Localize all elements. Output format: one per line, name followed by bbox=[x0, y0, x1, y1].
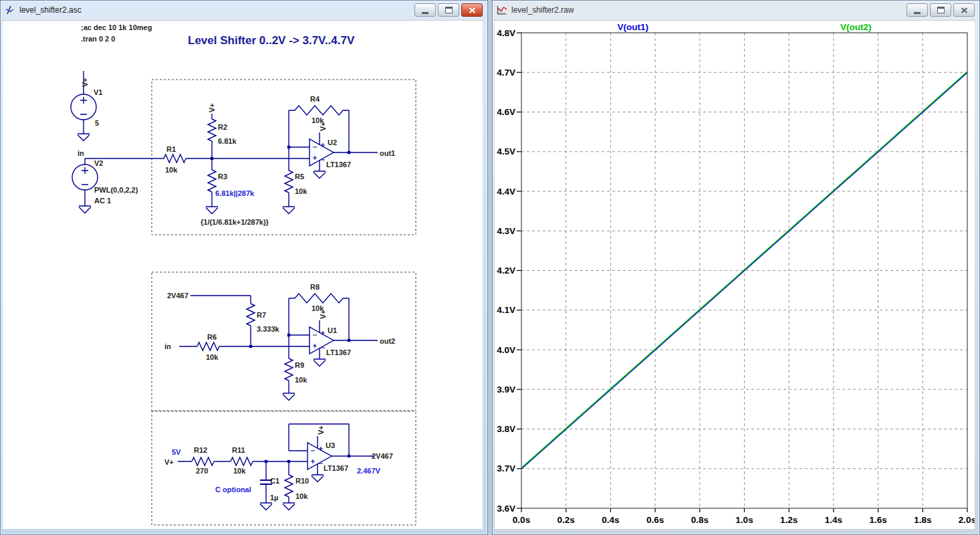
plot-canvas[interactable]: 4.8V4.7V4.6V4.5V4.4V4.3V4.2V4.1V4.0V3.9V… bbox=[495, 21, 975, 529]
label-u2-type[interactable]: LT1367 bbox=[326, 160, 351, 169]
label-net-2v467-b[interactable]: 2V467 bbox=[372, 452, 393, 460]
label-r3-value[interactable]: 6.81k||287k bbox=[215, 189, 255, 197]
label-r9-name[interactable]: R9 bbox=[295, 361, 304, 369]
label-r2-name[interactable]: R2 bbox=[218, 123, 227, 131]
label-v2-value[interactable]: PWL(0,0,2,2) bbox=[94, 186, 138, 194]
x-tick-label: 1.8s bbox=[914, 515, 931, 525]
subcircuit-box-1 bbox=[152, 80, 416, 235]
label-directive-ac[interactable]: ;ac dec 10 1k 10meg bbox=[81, 23, 152, 31]
waveform-window: level_shifter2.raw 4.8V4.7V4.6V4.5V4.4V4… bbox=[492, 0, 980, 535]
label-r7-value[interactable]: 3.333k bbox=[257, 325, 280, 333]
label-v1-name[interactable]: V1 bbox=[94, 88, 102, 96]
legend-V(out2)[interactable]: V(out2) bbox=[840, 22, 872, 32]
component-r7 bbox=[247, 304, 255, 326]
label-net-vplus-u2[interactable]: V+ bbox=[319, 122, 327, 131]
restore-button[interactable] bbox=[438, 3, 459, 17]
label-u3-type[interactable]: LT1367 bbox=[324, 464, 348, 472]
schematic-canvas[interactable]: ;ac dec 10 1k 10meg.tran 0 2 0Level Shif… bbox=[3, 21, 483, 529]
label-r8-name[interactable]: R8 bbox=[310, 283, 320, 291]
ltspice-schematic-icon[interactable] bbox=[4, 5, 15, 15]
y-tick-label: 4.0V bbox=[497, 345, 515, 355]
y-tick-label: 3.8V bbox=[497, 424, 515, 434]
resistors[interactable] bbox=[164, 106, 343, 497]
label-c1-value[interactable]: 1µ bbox=[270, 494, 278, 502]
label-r6-name[interactable]: R6 bbox=[207, 333, 217, 341]
label-u3-name[interactable]: U3 bbox=[326, 441, 335, 449]
label-u1-name[interactable]: U1 bbox=[328, 326, 337, 334]
label-r1-name[interactable]: R1 bbox=[166, 145, 176, 153]
component-r9 bbox=[285, 358, 293, 381]
subcircuit-box-2 bbox=[152, 272, 416, 411]
label-net-in-b[interactable]: in bbox=[164, 342, 171, 350]
schematic-canvas-frame: ;ac dec 10 1k 10meg.tran 0 2 0Level Shif… bbox=[3, 20, 483, 529]
label-net-out1[interactable]: out1 bbox=[380, 149, 395, 157]
minimize-icon bbox=[422, 12, 428, 14]
label-r1-value[interactable]: 10k bbox=[165, 166, 178, 174]
label-net-out2[interactable]: out2 bbox=[380, 337, 395, 345]
label-r5-value[interactable]: 10k bbox=[295, 187, 308, 195]
close-button[interactable] bbox=[953, 3, 975, 17]
label-comment-c-optional[interactable]: C optional bbox=[215, 486, 251, 494]
close-button[interactable] bbox=[461, 3, 483, 17]
schematic-window-title: level_shifter2.asc bbox=[19, 5, 414, 15]
waveform-icon[interactable] bbox=[496, 5, 507, 15]
schematic-window: level_shifter2.asc bbox=[0, 0, 488, 535]
label-port-vplus[interactable]: V+ bbox=[164, 458, 174, 466]
label-r7-name[interactable]: R7 bbox=[257, 311, 266, 319]
legend-V(out1)[interactable]: V(out1) bbox=[618, 22, 649, 32]
label-schematic-title[interactable]: Level Shifter 0..2V -> 3.7V..4.7V bbox=[188, 34, 355, 47]
label-r12-value[interactable]: 270 bbox=[196, 467, 208, 475]
x-tick-label: 1.4s bbox=[825, 515, 842, 525]
label-r10-name[interactable]: R10 bbox=[295, 477, 309, 485]
minimize-button[interactable] bbox=[414, 3, 436, 17]
x-tick-label: 1.0s bbox=[735, 515, 753, 525]
restore-icon bbox=[445, 7, 453, 13]
label-r11-value[interactable]: 10k bbox=[233, 467, 246, 475]
label-net-vplus-r2[interactable]: V+ bbox=[208, 103, 216, 112]
close-icon bbox=[469, 7, 476, 13]
y-tick-label: 4.2V bbox=[497, 265, 515, 276]
label-v2-name[interactable]: V2 bbox=[94, 159, 103, 167]
schematic-titlebar[interactable]: level_shifter2.asc bbox=[1, 1, 487, 19]
component-r1 bbox=[164, 154, 186, 163]
y-tick-label: 4.1V bbox=[497, 305, 515, 315]
label-u1-type[interactable]: LT1367 bbox=[326, 348, 351, 356]
y-tick-label: 3.9V bbox=[497, 385, 515, 395]
label-net-in[interactable]: in bbox=[78, 149, 84, 157]
label-net-2v467-a[interactable]: 2V467 bbox=[167, 292, 189, 300]
label-r12-name[interactable]: R12 bbox=[194, 446, 207, 454]
component-r4 bbox=[295, 106, 343, 115]
restore-button[interactable] bbox=[930, 3, 951, 17]
schematic-wires[interactable] bbox=[84, 71, 378, 503]
label-r4-name[interactable]: R4 bbox=[310, 95, 320, 103]
label-r6-value[interactable]: 10k bbox=[206, 353, 219, 361]
label-c1-name[interactable]: C1 bbox=[270, 477, 279, 485]
label-net-vplus-v1[interactable]: V+ bbox=[81, 78, 89, 87]
label-r2-value[interactable]: 6.81k bbox=[218, 137, 237, 145]
desktop: { "left_window": { "title": "level_shift… bbox=[0, 0, 980, 535]
y-tick-label: 4.4V bbox=[497, 187, 515, 197]
label-net-vplus-u1[interactable]: V+ bbox=[319, 310, 327, 319]
label-comment-2467v[interactable]: 2.467V bbox=[357, 467, 381, 475]
label-v1-value[interactable]: 5 bbox=[95, 119, 99, 127]
label-r3-name[interactable]: R3 bbox=[218, 173, 227, 181]
y-tick-label: 4.5V bbox=[497, 146, 515, 156]
label-v2-value2[interactable]: AC 1 bbox=[94, 197, 111, 205]
y-tick-label: 4.8V bbox=[497, 28, 515, 38]
label-r10-value[interactable]: 10k bbox=[295, 492, 308, 500]
label-r11-name[interactable]: R11 bbox=[232, 446, 245, 454]
label-u2-name[interactable]: U2 bbox=[328, 138, 337, 146]
label-param-expression[interactable]: {1/(1/6.81k+1/287k)} bbox=[201, 218, 269, 226]
label-comment-5v[interactable]: 5V bbox=[172, 448, 181, 456]
component-v1[interactable] bbox=[71, 94, 96, 120]
label-r5-name[interactable]: R5 bbox=[295, 173, 304, 181]
label-r9-value[interactable]: 10k bbox=[295, 376, 308, 384]
label-directive-tran[interactable]: .tran 0 2 0 bbox=[81, 35, 115, 43]
y-tick-label: 4.7V bbox=[497, 68, 515, 78]
waveform-titlebar[interactable]: level_shifter2.raw bbox=[493, 1, 979, 19]
minimize-button[interactable] bbox=[906, 3, 928, 17]
y-tick-label: 4.3V bbox=[497, 226, 515, 236]
waveform-window-title: level_shifter2.raw bbox=[511, 5, 906, 15]
component-r2 bbox=[208, 119, 216, 141]
label-net-vplus-u3[interactable]: V+ bbox=[317, 425, 325, 435]
